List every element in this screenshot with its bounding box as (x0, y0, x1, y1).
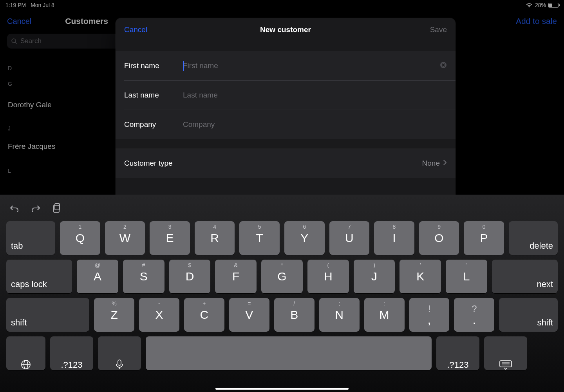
key-w[interactable]: 2W (105, 221, 145, 255)
key-l[interactable]: "L (446, 260, 487, 293)
key-period[interactable]: ?. (454, 298, 494, 332)
key-c[interactable]: +C (184, 298, 224, 332)
modal-form-section: First name Last name Company (116, 51, 456, 139)
key-numsym-left[interactable]: .?123 (50, 336, 93, 370)
key-g[interactable]: *G (261, 260, 303, 293)
key-k[interactable]: 'K (400, 260, 441, 293)
svg-rect-8 (118, 360, 121, 365)
key-j[interactable]: )J (354, 260, 395, 293)
key-o[interactable]: 9O (419, 221, 459, 255)
key-delete[interactable]: delete (509, 221, 558, 255)
key-t[interactable]: 5T (239, 221, 280, 255)
key-globe[interactable] (6, 336, 45, 370)
key-shift-left[interactable]: shift (6, 298, 89, 332)
company-label: Company (124, 120, 183, 129)
key-shift-right[interactable]: shift (499, 298, 558, 332)
customer-type-label: Customer type (124, 159, 173, 168)
clipboard-icon[interactable] (52, 203, 61, 213)
key-z[interactable]: %Z (94, 298, 134, 332)
key-a[interactable]: @A (77, 260, 118, 293)
home-indicator (215, 388, 349, 390)
last-name-field[interactable] (183, 91, 447, 99)
key-x[interactable]: -X (139, 298, 179, 332)
key-u[interactable]: 7U (329, 221, 370, 255)
redo-icon[interactable] (31, 204, 41, 212)
key-n[interactable]: ;N (319, 298, 360, 332)
company-row: Company (116, 110, 456, 139)
chevron-right-icon (443, 159, 447, 168)
key-r[interactable]: 4R (195, 221, 235, 255)
key-dismiss-keyboard[interactable] (484, 336, 527, 370)
key-f[interactable]: &F (215, 260, 257, 293)
undo-icon[interactable] (9, 204, 20, 212)
key-capslock[interactable]: caps lock (6, 260, 72, 293)
keyboard-rows: tab1Q2W3E4R5T6Y7U8I9O0Pdelete caps lock@… (0, 217, 564, 376)
key-numsym-right[interactable]: .?123 (436, 336, 479, 370)
key-h[interactable]: (H (307, 260, 349, 293)
last-name-row: Last name (116, 80, 456, 110)
key-mic[interactable] (98, 336, 141, 370)
keyboard-toolbar (0, 199, 564, 217)
modal-type-section: Customer type None (116, 148, 456, 178)
key-space[interactable] (146, 336, 432, 370)
key-s[interactable]: #S (123, 260, 164, 293)
key-d[interactable]: $D (169, 260, 211, 293)
key-e[interactable]: 3E (150, 221, 190, 255)
key-b[interactable]: /B (274, 298, 315, 332)
key-p[interactable]: 0P (464, 221, 504, 255)
company-field[interactable] (183, 120, 447, 129)
key-comma[interactable]: !, (409, 298, 450, 332)
first-name-label: First name (124, 61, 183, 70)
modal-save-button[interactable]: Save (430, 25, 447, 34)
modal-cancel-button[interactable]: Cancel (124, 25, 147, 34)
modal-header: Cancel New customer Save (116, 18, 456, 42)
key-m[interactable]: :M (364, 298, 405, 332)
key-y[interactable]: 6Y (284, 221, 325, 255)
clear-icon[interactable] (440, 61, 447, 70)
first-name-field[interactable] (183, 61, 440, 70)
key-tab[interactable]: tab (6, 221, 55, 255)
modal-title: New customer (116, 25, 456, 34)
customer-type-row[interactable]: Customer type None (116, 148, 456, 178)
key-next[interactable]: next (492, 260, 558, 293)
key-q[interactable]: 1Q (60, 221, 100, 255)
key-i[interactable]: 8I (374, 221, 414, 255)
first-name-row: First name (116, 51, 456, 80)
key-v[interactable]: =V (229, 298, 269, 332)
customer-type-value: None (422, 159, 440, 168)
on-screen-keyboard: tab1Q2W3E4R5T6Y7U8I9O0Pdelete caps lock@… (0, 195, 564, 392)
last-name-label: Last name (124, 91, 183, 99)
text-caret (183, 61, 184, 71)
